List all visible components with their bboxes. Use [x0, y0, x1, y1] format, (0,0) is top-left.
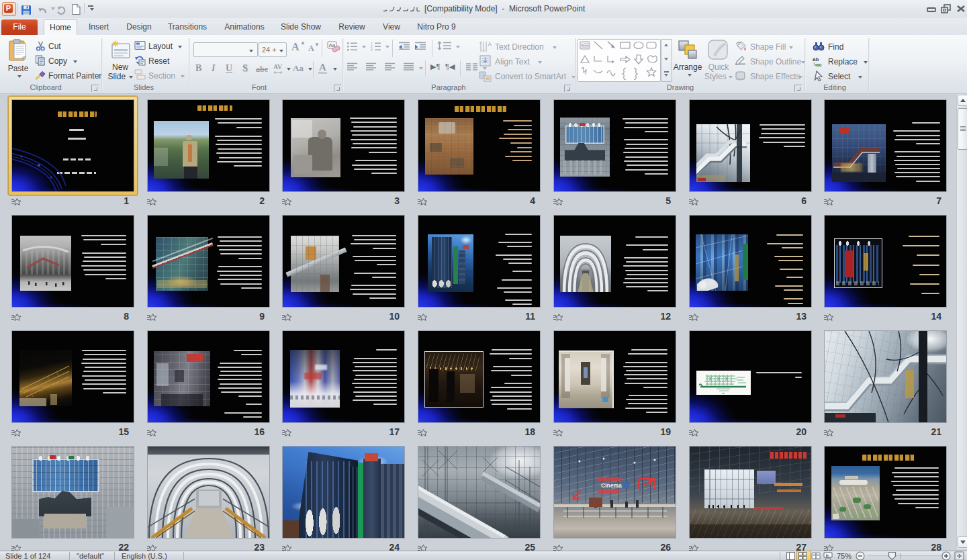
svg-text:3: 3	[371, 48, 373, 52]
svg-text:Cinema: Cinema	[601, 482, 622, 489]
svg-text:A: A	[582, 43, 584, 47]
svg-text:ac: ac	[816, 62, 822, 67]
svg-text:A: A	[488, 41, 492, 48]
